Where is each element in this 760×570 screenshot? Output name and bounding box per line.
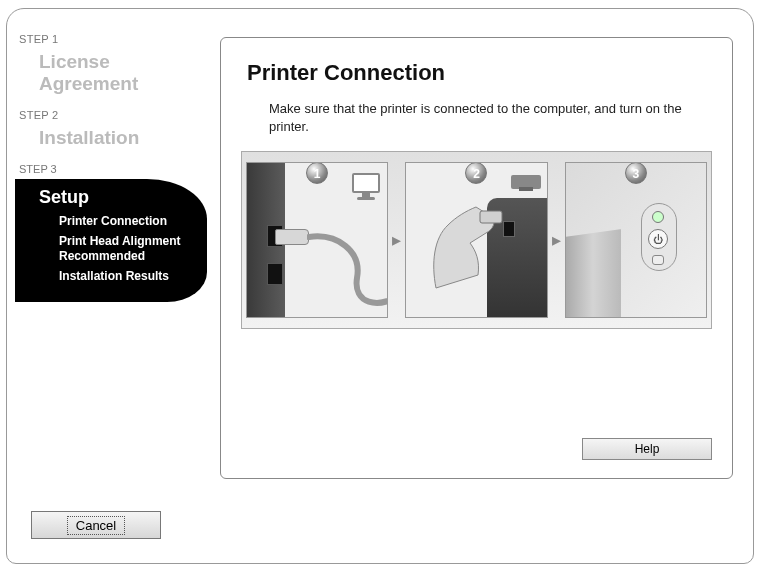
page-title: Printer Connection (247, 60, 712, 86)
usb-cable-icon (307, 233, 388, 318)
svg-rect-0 (480, 211, 502, 223)
cancel-button-label: Cancel (67, 516, 125, 535)
cancel-button[interactable]: Cancel (31, 511, 161, 539)
chevron-right-icon: ▸ (390, 229, 403, 251)
wizard-sidebar: STEP 1 License Agreement STEP 2 Installa… (15, 19, 205, 302)
instruction-text: Make sure that the printer is connected … (269, 100, 702, 135)
illustration-2-usb-to-printer: 2 (405, 162, 547, 318)
step3-label: STEP 3 (19, 163, 205, 175)
badge-3: 3 (625, 162, 647, 184)
step2-title: Installation (39, 127, 205, 149)
help-button[interactable]: Help (582, 438, 712, 460)
step3-sub-printer-connection: Printer Connection (59, 214, 195, 229)
step3-title: Setup (39, 187, 195, 208)
content-panel: Printer Connection Make sure that the pr… (220, 37, 733, 479)
chevron-right-icon: ▸ (550, 229, 563, 251)
printer-icon (511, 171, 541, 191)
step1-label: STEP 1 (19, 33, 205, 45)
step1-title: License Agreement (39, 51, 205, 95)
help-button-label: Help (635, 442, 660, 456)
badge-2: 2 (465, 162, 487, 184)
step3-block: Setup Printer Connection Print Head Alig… (15, 179, 207, 302)
power-led-icon (652, 211, 664, 223)
badge-1: 1 (306, 162, 328, 184)
usb-port-icon (267, 263, 283, 285)
hand-holding-plug-icon (426, 193, 516, 293)
step2-label: STEP 2 (19, 109, 205, 121)
illustration-3-power-on-printer: 3 ⏻ (565, 162, 707, 318)
illustration-strip: 1 ▸ 2 (241, 151, 712, 329)
step3-sub-print-head-alignment: Print Head Alignment Recommended (59, 234, 195, 264)
printer-edge-icon (566, 229, 621, 318)
illustration-1-usb-to-computer: 1 (246, 162, 388, 318)
step3-sub-installation-results: Installation Results (59, 269, 195, 284)
printer-button-icon (652, 255, 664, 265)
power-button-icon: ⏻ (648, 229, 668, 249)
usb-plug-icon (275, 229, 309, 245)
wizard-window: STEP 1 License Agreement STEP 2 Installa… (6, 8, 754, 564)
computer-monitor-icon (349, 173, 383, 203)
